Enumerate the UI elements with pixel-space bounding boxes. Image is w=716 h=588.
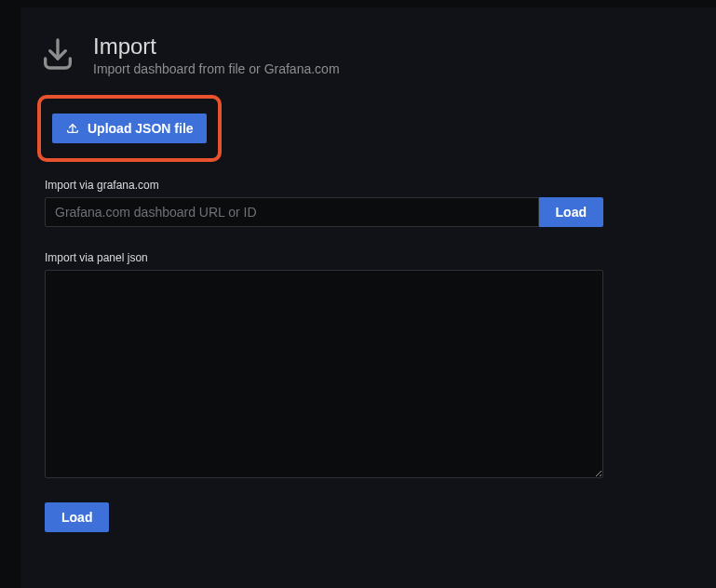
load-json-button[interactable]: Load — [45, 502, 109, 532]
load-url-button[interactable]: Load — [539, 197, 603, 227]
upload-json-button[interactable]: Upload JSON file — [52, 114, 207, 143]
via-url-row: Load — [45, 197, 603, 227]
upload-icon — [65, 120, 80, 138]
page-title: Import — [93, 33, 340, 60]
via-json-label: Import via panel json — [45, 251, 692, 264]
import-page: Import Import dashboard from file or Gra… — [20, 7, 716, 588]
upload-json-button-label: Upload JSON file — [88, 121, 194, 136]
panel-json-textarea[interactable] — [45, 270, 603, 478]
grafana-url-input[interactable] — [45, 197, 539, 227]
page-subtitle: Import dashboard from file or Grafana.co… — [93, 61, 340, 76]
upload-highlight-box: Upload JSON file — [37, 95, 222, 162]
page-header: Import Import dashboard from file or Gra… — [20, 7, 716, 95]
import-icon — [39, 35, 76, 73]
via-url-label: Import via grafana.com — [45, 179, 692, 192]
